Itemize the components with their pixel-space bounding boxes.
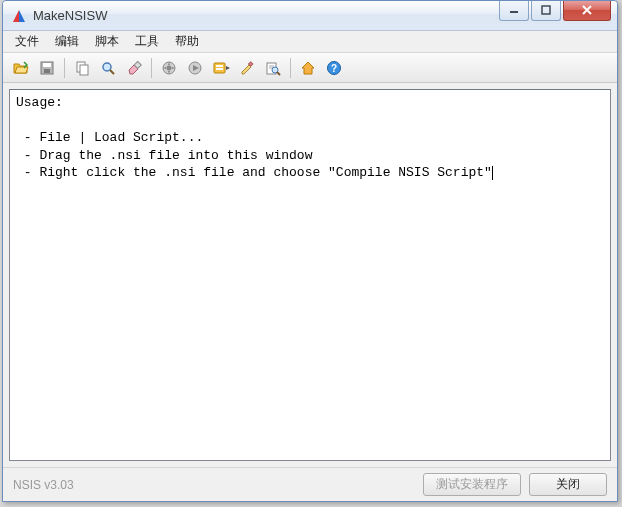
log-output[interactable]: Usage: - File | Load Script... - Drag th… xyxy=(9,89,611,461)
copy-icon[interactable] xyxy=(70,56,94,80)
toolbar-separator xyxy=(290,58,291,78)
toolbar-separator xyxy=(151,58,152,78)
toolbar-separator xyxy=(64,58,65,78)
svg-rect-2 xyxy=(510,11,518,13)
test-installer-button[interactable]: 测试安装程序 xyxy=(423,473,521,496)
titlebar[interactable]: MakeNSISW xyxy=(3,1,617,31)
clear-icon[interactable] xyxy=(122,56,146,80)
define-symbols-icon[interactable] xyxy=(209,56,233,80)
close-window-button[interactable] xyxy=(563,1,611,21)
browse-script-icon[interactable] xyxy=(261,56,285,80)
edit-script-icon[interactable] xyxy=(235,56,259,80)
svg-marker-19 xyxy=(226,66,230,70)
status-version: NSIS v3.03 xyxy=(13,478,415,492)
svg-marker-26 xyxy=(302,62,314,74)
svg-point-9 xyxy=(103,63,111,71)
statusbar: NSIS v3.03 测试安装程序 关闭 xyxy=(3,467,617,501)
text-caret xyxy=(492,166,493,180)
minimize-button[interactable] xyxy=(499,1,529,21)
menu-script[interactable]: 脚本 xyxy=(87,31,127,52)
home-icon[interactable] xyxy=(296,56,320,80)
content-area: Usage: - File | Load Script... - Drag th… xyxy=(3,83,617,467)
menu-edit[interactable]: 编辑 xyxy=(47,31,87,52)
svg-rect-3 xyxy=(542,6,550,14)
window-title: MakeNSISW xyxy=(33,8,499,23)
svg-text:?: ? xyxy=(331,63,337,74)
maximize-button[interactable] xyxy=(531,1,561,21)
menu-tools[interactable]: 工具 xyxy=(127,31,167,52)
svg-line-25 xyxy=(277,72,280,75)
menu-file[interactable]: 文件 xyxy=(7,31,47,52)
menubar: 文件 编辑 脚本 工具 帮助 xyxy=(3,31,617,53)
svg-rect-18 xyxy=(216,68,223,70)
menu-help[interactable]: 帮助 xyxy=(167,31,207,52)
app-window: MakeNSISW 文件 编辑 脚本 工具 帮助 xyxy=(2,0,618,502)
svg-marker-0 xyxy=(13,10,19,22)
close-button[interactable]: 关闭 xyxy=(529,473,607,496)
svg-rect-17 xyxy=(216,65,223,67)
run-icon[interactable] xyxy=(183,56,207,80)
svg-point-13 xyxy=(167,65,172,70)
window-controls xyxy=(499,1,617,21)
svg-rect-6 xyxy=(44,69,50,73)
svg-rect-8 xyxy=(80,65,88,75)
app-icon xyxy=(11,8,27,24)
open-folder-icon[interactable] xyxy=(9,56,33,80)
svg-line-10 xyxy=(110,70,114,74)
recompile-icon[interactable] xyxy=(157,56,181,80)
find-icon[interactable] xyxy=(96,56,120,80)
toolbar: ? xyxy=(3,53,617,83)
save-icon[interactable] xyxy=(35,56,59,80)
svg-rect-5 xyxy=(43,63,51,67)
help-icon[interactable]: ? xyxy=(322,56,346,80)
svg-marker-1 xyxy=(19,10,25,22)
